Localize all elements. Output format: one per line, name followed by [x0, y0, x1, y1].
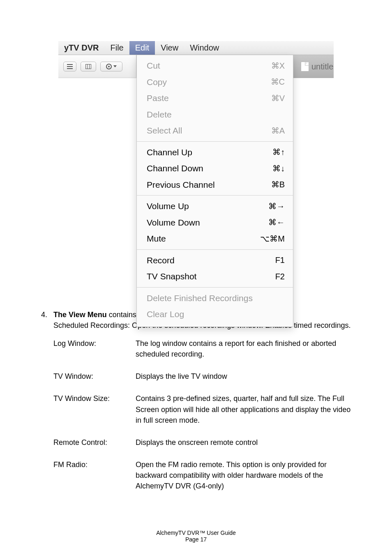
list-view-button[interactable]	[63, 62, 76, 71]
menu-separator	[137, 141, 293, 142]
chevron-down-icon	[113, 65, 117, 67]
menu-item-label: Copy	[147, 76, 167, 89]
menu-item-copy: Copy ⌘C	[137, 74, 293, 90]
right-pane-label: untitle	[311, 62, 333, 71]
menu-item-label: Clear Log	[147, 308, 184, 321]
menubar-item-file[interactable]: File	[104, 41, 129, 55]
menu-item-shortcut: ⌘↓	[272, 162, 285, 175]
footer-page-label: Page	[185, 536, 201, 543]
menu-item-cut: Cut ⌘X	[137, 58, 293, 74]
menu-item-clear-log: Clear Log	[137, 306, 293, 322]
menu-item-label: Channel Down	[147, 162, 203, 175]
menu-item-shortcut: ⌘C	[271, 76, 285, 88]
menu-item-label: Delete Finished Recordings	[147, 292, 253, 305]
menu-item-label: Cut	[147, 59, 160, 72]
menu-item-previous-channel[interactable]: Previous Channel ⌘B	[137, 177, 293, 193]
menu-item-volume-up[interactable]: Volume Up ⌘→	[137, 198, 293, 214]
menubar-app-name: yTV DVR	[58, 41, 104, 55]
menu-item-shortcut: ⌘←	[268, 216, 285, 228]
def-term: FM Radio:	[53, 459, 136, 491]
menu-item-label: Mute	[147, 232, 166, 245]
def-text: Contains 3 pre-defined sizes, quarter, h…	[136, 393, 351, 425]
columns-view-button[interactable]	[81, 62, 96, 71]
menu-item-shortcut: ⌘→	[268, 200, 285, 212]
menu-item-shortcut: ⌘A	[271, 124, 285, 137]
list-icon	[67, 64, 73, 69]
menu-item-shortcut: F2	[275, 270, 285, 283]
menu-item-tv-snapshot[interactable]: TV Snapshot F2	[137, 268, 293, 285]
body-text: 4. The View Menu contains the video rela…	[41, 309, 351, 491]
menu-item-record[interactable]: Record F1	[137, 252, 293, 269]
menu-item-label: Volume Down	[147, 216, 200, 229]
menu-separator	[137, 195, 293, 196]
menubar-item-window[interactable]: Window	[184, 41, 225, 55]
def-text: Open the FM radio remote. This option is…	[136, 459, 351, 491]
menu-item-label: Volume Up	[147, 200, 189, 213]
def-text: The log window contains a report for eac…	[136, 338, 351, 359]
menu-item-shortcut: F1	[275, 254, 285, 266]
page-footer: AlchemyTV DVR™ User Guide Page 17	[0, 530, 392, 543]
menubar-item-edit[interactable]: Edit	[129, 41, 155, 55]
gear-icon	[106, 64, 112, 69]
menu-item-shortcut: ⌘V	[271, 92, 285, 104]
menu-separator	[137, 249, 293, 250]
document-icon	[301, 62, 309, 71]
footer-title: AlchemyTV DVR™ User Guide	[0, 530, 392, 536]
def-text: Displays the onscreen remote control	[136, 437, 351, 448]
menu-item-label: Record	[147, 254, 175, 267]
menu-item-shortcut: ⌘X	[271, 60, 285, 72]
menu-item-label: Paste	[147, 92, 169, 105]
toolbar	[58, 55, 136, 78]
menu-item-shortcut: ⌘B	[271, 178, 285, 191]
menu-item-delete-finished-recordings: Delete Finished Recordings	[137, 290, 293, 306]
list-number: 4.	[41, 309, 53, 331]
menu-item-mute[interactable]: Mute ⌥⌘M	[137, 230, 293, 247]
def-text: Displays the live TV window	[136, 371, 351, 382]
menu-item-select-all: Select All ⌘A	[137, 122, 293, 139]
columns-icon	[85, 64, 91, 69]
menubar-item-view[interactable]: View	[155, 41, 184, 55]
footer-page-number: 17	[201, 536, 207, 543]
menu-item-channel-up[interactable]: Channel Up ⌘↑	[137, 144, 293, 161]
edit-dropdown: Cut ⌘X Copy ⌘C Paste ⌘V Delete Select Al…	[136, 55, 293, 327]
menu-item-paste: Paste ⌘V	[137, 90, 293, 106]
def-term: TV Window Size:	[53, 393, 136, 425]
menu-item-volume-down[interactable]: Volume Down ⌘←	[137, 214, 293, 231]
def-term: Log Window:	[53, 338, 136, 359]
menu-item-delete: Delete	[137, 106, 293, 123]
menu-item-label: Select All	[147, 124, 182, 137]
menu-item-channel-down[interactable]: Channel Down ⌘↓	[137, 160, 293, 177]
menu-item-label: TV Snapshot	[147, 270, 196, 283]
def-term: TV Window:	[53, 371, 136, 382]
action-menu-button[interactable]	[100, 62, 122, 71]
edit-menu-screenshot: yTV DVR File Edit View Window untitle	[58, 41, 334, 259]
def-term: Remote Control:	[53, 437, 136, 448]
menubar: yTV DVR File Edit View Window	[58, 41, 334, 55]
menu-item-shortcut: ⌥⌘M	[260, 233, 285, 245]
section-heading: The View Menu	[53, 311, 107, 319]
menu-item-shortcut: ⌘↑	[272, 146, 285, 158]
right-pane: untitle	[293, 55, 334, 78]
menu-item-label: Channel Up	[147, 146, 192, 159]
menu-item-label: Previous Channel	[147, 178, 215, 191]
menu-item-label: Delete	[147, 108, 172, 121]
menu-separator	[137, 287, 293, 288]
